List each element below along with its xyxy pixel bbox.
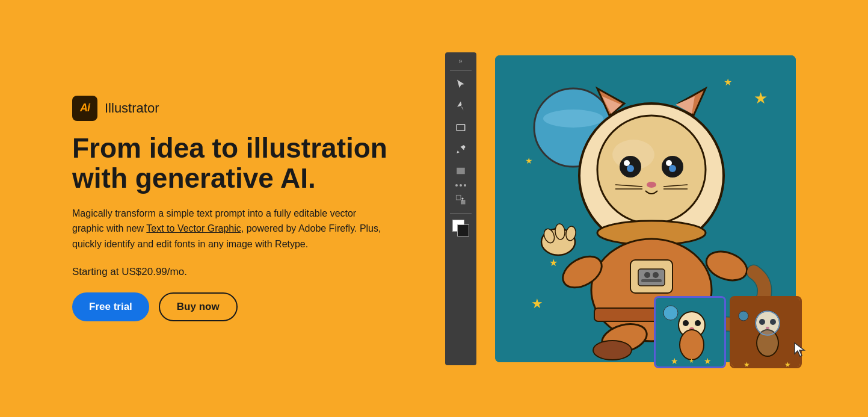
svg-point-30 [644,272,650,278]
svg-point-7 [543,110,603,128]
toolbar-select-tool[interactable] [451,75,470,94]
text-to-vector-link[interactable]: Text to Vector Graphic [146,223,241,233]
svg-text:★: ★ [784,360,791,368]
illustration-container: ★ ★ ★ ★ ★ ★ ★ [495,55,796,362]
page-wrapper: Ai Illustrator From idea to illustration… [0,0,868,417]
svg-point-46 [683,320,689,326]
svg-rect-3 [461,200,466,205]
dot-3 [464,184,466,187]
thumbnail-1[interactable]: ★ ★ ★ [654,296,726,368]
svg-point-60 [756,311,780,335]
ai-logo: Ai [72,96,97,121]
svg-point-53 [663,306,678,320]
svg-rect-32 [641,279,662,282]
cursor-pointer-icon [793,342,807,357]
dot-2 [460,184,462,187]
cursor-icon [455,79,466,90]
svg-point-9 [597,116,706,224]
headline-line1: From idea to illustration [72,132,387,164]
cta-row: Free trial Buy now [72,292,409,321]
toolbar-more-dots [455,184,466,187]
cursor-svg [793,342,807,357]
toolbar-transform-tool[interactable] [451,190,470,209]
thumbnail-1-image: ★ ★ ★ [656,298,726,368]
transform-icon [455,194,466,205]
svg-point-47 [695,320,701,326]
color-foreground-swatch [457,224,469,236]
thumbnail-2[interactable]: ★ ★ [730,296,802,368]
toolbar-fill-tool[interactable] [451,161,470,181]
headline: From idea to illustration with generativ… [72,133,409,194]
brand-row: Ai Illustrator [72,96,409,121]
svg-text:★: ★ [671,356,679,366]
toolbar-eyedropper-tool[interactable] [451,140,470,159]
pen-icon [455,100,466,111]
svg-point-18 [624,160,630,166]
left-content: Ai Illustrator From idea to illustration… [72,96,409,322]
description: Magically transform a simple text prompt… [72,206,385,252]
svg-point-31 [653,272,659,278]
fill-icon [455,165,466,176]
svg-point-49 [680,330,704,360]
toolbar-expand-icon[interactable]: » [458,57,463,64]
free-trial-button[interactable]: Free trial [72,292,149,321]
thumbnails-row: ★ ★ ★ [654,296,802,368]
svg-point-20 [627,165,634,172]
toolbar-divider-bottom [450,213,472,214]
svg-rect-0 [457,124,465,131]
star-small-1: ★ [724,77,732,87]
toolbar-divider-top [450,70,472,71]
svg-point-22 [647,182,656,188]
svg-point-63 [739,311,748,321]
buy-now-button[interactable]: Buy now [159,292,238,321]
brand-name: Illustrator [105,100,159,116]
price-label: Starting at US$20.99/mo. [72,266,409,278]
headline-line2: with generative AI. [72,162,316,194]
star-top-right: ★ [754,89,768,107]
svg-text:★: ★ [689,357,694,364]
svg-point-42 [593,341,632,360]
star-left-2: ★ [549,258,558,268]
star-left: ★ [531,296,543,311]
svg-rect-2 [457,195,461,200]
rectangle-icon [455,122,466,133]
eyedropper-icon [455,144,466,155]
toolbar-rectangle-tool[interactable] [451,118,470,137]
svg-text:★: ★ [743,360,750,368]
ai-logo-text: Ai [80,102,90,114]
thumbnail-2-image: ★ ★ [731,298,802,368]
toolbar-color-swatch[interactable] [452,220,469,236]
svg-point-19 [666,160,672,166]
svg-rect-29 [638,269,665,286]
star-small-2: ★ [525,156,533,165]
svg-rect-1 [457,167,465,174]
svg-point-21 [669,165,676,172]
svg-text:★: ★ [704,356,712,366]
right-content: » [445,55,796,362]
toolbar-panel: » [445,52,476,365]
toolbar-pen-tool[interactable] [451,96,470,116]
dot-1 [455,184,458,187]
